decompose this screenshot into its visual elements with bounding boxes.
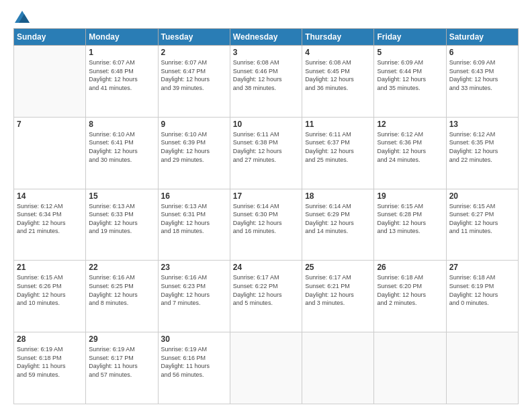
day-number: 19 [377, 191, 443, 201]
calendar-cell: 16Sunrise: 6:13 AM Sunset: 6:31 PM Dayli… [158, 189, 230, 261]
calendar-cell: 1Sunrise: 6:07 AM Sunset: 6:48 PM Daylig… [86, 46, 158, 118]
day-number: 11 [305, 120, 371, 129]
calendar-table: SundayMondayTuesdayWednesdayThursdayFrid… [13, 28, 519, 404]
calendar-cell: 8Sunrise: 6:10 AM Sunset: 6:41 PM Daylig… [86, 117, 158, 189]
calendar-cell: 2Sunrise: 6:07 AM Sunset: 6:47 PM Daylig… [158, 46, 230, 118]
day-number: 6 [449, 48, 515, 57]
header [13, 11, 519, 23]
calendar-week-row: 78Sunrise: 6:10 AM Sunset: 6:41 PM Dayli… [14, 117, 519, 189]
day-info: Sunrise: 6:12 AM Sunset: 6:35 PM Dayligh… [449, 130, 515, 164]
calendar-cell: 10Sunrise: 6:11 AM Sunset: 6:38 PM Dayli… [230, 117, 302, 189]
calendar-cell: 18Sunrise: 6:14 AM Sunset: 6:29 PM Dayli… [302, 189, 374, 261]
day-info: Sunrise: 6:17 AM Sunset: 6:22 PM Dayligh… [233, 273, 299, 307]
calendar-cell [302, 332, 374, 404]
day-number: 3 [233, 48, 299, 57]
day-info: Sunrise: 6:14 AM Sunset: 6:29 PM Dayligh… [305, 202, 371, 236]
logo-icon [15, 11, 30, 23]
calendar-week-row: 14Sunrise: 6:12 AM Sunset: 6:34 PM Dayli… [14, 189, 519, 261]
day-info: Sunrise: 6:19 AM Sunset: 6:16 PM Dayligh… [161, 345, 227, 379]
day-info: Sunrise: 6:08 AM Sunset: 6:45 PM Dayligh… [305, 58, 371, 92]
day-number: 21 [17, 263, 83, 272]
day-number: 2 [161, 48, 227, 57]
weekday-header-tuesday: Tuesday [158, 29, 230, 46]
day-info: Sunrise: 6:18 AM Sunset: 6:19 PM Dayligh… [449, 273, 515, 307]
calendar-cell: 23Sunrise: 6:16 AM Sunset: 6:23 PM Dayli… [158, 261, 230, 332]
day-number: 17 [233, 191, 299, 201]
day-number: 18 [305, 191, 371, 201]
calendar-cell: 24Sunrise: 6:17 AM Sunset: 6:22 PM Dayli… [230, 261, 302, 332]
calendar-cell: 26Sunrise: 6:18 AM Sunset: 6:20 PM Dayli… [374, 261, 446, 332]
weekday-header-saturday: Saturday [446, 29, 518, 46]
day-info: Sunrise: 6:11 AM Sunset: 6:37 PM Dayligh… [305, 130, 371, 164]
logo [13, 11, 30, 23]
calendar-cell: 20Sunrise: 6:15 AM Sunset: 6:27 PM Dayli… [446, 189, 518, 261]
calendar-cell: 30Sunrise: 6:19 AM Sunset: 6:16 PM Dayli… [158, 332, 230, 404]
weekday-header-row: SundayMondayTuesdayWednesdayThursdayFrid… [14, 29, 519, 46]
calendar-week-row: 21Sunrise: 6:15 AM Sunset: 6:26 PM Dayli… [14, 261, 519, 332]
day-info: Sunrise: 6:11 AM Sunset: 6:38 PM Dayligh… [233, 130, 299, 164]
calendar-cell: 11Sunrise: 6:11 AM Sunset: 6:37 PM Dayli… [302, 117, 374, 189]
day-number: 5 [377, 48, 443, 57]
day-info: Sunrise: 6:09 AM Sunset: 6:43 PM Dayligh… [449, 58, 515, 92]
calendar-cell [446, 332, 518, 404]
day-number: 20 [449, 191, 515, 201]
day-number: 14 [17, 191, 83, 201]
day-number: 13 [449, 120, 515, 129]
calendar-cell: 9Sunrise: 6:10 AM Sunset: 6:39 PM Daylig… [158, 117, 230, 189]
calendar-cell [230, 332, 302, 404]
day-number: 30 [161, 334, 227, 344]
day-info: Sunrise: 6:12 AM Sunset: 6:34 PM Dayligh… [17, 202, 83, 236]
day-number: 26 [377, 263, 443, 272]
day-info: Sunrise: 6:15 AM Sunset: 6:27 PM Dayligh… [449, 202, 515, 236]
calendar-cell: 15Sunrise: 6:13 AM Sunset: 6:33 PM Dayli… [86, 189, 158, 261]
day-info: Sunrise: 6:07 AM Sunset: 6:47 PM Dayligh… [161, 58, 227, 92]
weekday-header-wednesday: Wednesday [230, 29, 302, 46]
calendar-cell [374, 332, 446, 404]
day-number: 28 [17, 334, 83, 344]
day-info: Sunrise: 6:17 AM Sunset: 6:21 PM Dayligh… [305, 273, 371, 307]
calendar-cell: 28Sunrise: 6:19 AM Sunset: 6:18 PM Dayli… [14, 332, 86, 404]
day-info: Sunrise: 6:10 AM Sunset: 6:39 PM Dayligh… [161, 130, 227, 164]
day-number: 29 [89, 334, 154, 344]
calendar-cell: 17Sunrise: 6:14 AM Sunset: 6:30 PM Dayli… [230, 189, 302, 261]
day-info: Sunrise: 6:19 AM Sunset: 6:18 PM Dayligh… [17, 345, 83, 379]
day-number: 9 [161, 120, 227, 129]
calendar-cell [14, 46, 86, 118]
day-info: Sunrise: 6:10 AM Sunset: 6:41 PM Dayligh… [89, 130, 154, 164]
calendar-week-row: 28Sunrise: 6:19 AM Sunset: 6:18 PM Dayli… [14, 332, 519, 404]
weekday-header-friday: Friday [374, 29, 446, 46]
calendar-cell: 19Sunrise: 6:15 AM Sunset: 6:28 PM Dayli… [374, 189, 446, 261]
day-info: Sunrise: 6:16 AM Sunset: 6:25 PM Dayligh… [89, 273, 154, 307]
day-info: Sunrise: 6:09 AM Sunset: 6:44 PM Dayligh… [377, 58, 443, 92]
day-number: 27 [449, 263, 515, 272]
day-number: 16 [161, 191, 227, 201]
day-number: 22 [89, 263, 154, 272]
calendar-cell: 22Sunrise: 6:16 AM Sunset: 6:25 PM Dayli… [86, 261, 158, 332]
calendar-cell: 21Sunrise: 6:15 AM Sunset: 6:26 PM Dayli… [14, 261, 86, 332]
calendar-cell: 5Sunrise: 6:09 AM Sunset: 6:44 PM Daylig… [374, 46, 446, 118]
calendar-cell: 7 [14, 117, 86, 189]
calendar-cell: 29Sunrise: 6:19 AM Sunset: 6:17 PM Dayli… [86, 332, 158, 404]
page: SundayMondayTuesdayWednesdayThursdayFrid… [0, 0, 532, 411]
day-info: Sunrise: 6:08 AM Sunset: 6:46 PM Dayligh… [233, 58, 299, 92]
day-number: 15 [89, 191, 154, 201]
day-number: 23 [161, 263, 227, 272]
calendar-cell: 6Sunrise: 6:09 AM Sunset: 6:43 PM Daylig… [446, 46, 518, 118]
weekday-header-sunday: Sunday [14, 29, 86, 46]
day-number: 25 [305, 263, 371, 272]
calendar-cell: 27Sunrise: 6:18 AM Sunset: 6:19 PM Dayli… [446, 261, 518, 332]
day-info: Sunrise: 6:16 AM Sunset: 6:23 PM Dayligh… [161, 273, 227, 307]
calendar-cell: 25Sunrise: 6:17 AM Sunset: 6:21 PM Dayli… [302, 261, 374, 332]
day-number: 7 [17, 120, 83, 129]
day-info: Sunrise: 6:13 AM Sunset: 6:33 PM Dayligh… [89, 202, 154, 236]
weekday-header-monday: Monday [86, 29, 158, 46]
calendar-cell: 4Sunrise: 6:08 AM Sunset: 6:45 PM Daylig… [302, 46, 374, 118]
day-info: Sunrise: 6:07 AM Sunset: 6:48 PM Dayligh… [89, 58, 154, 92]
day-info: Sunrise: 6:18 AM Sunset: 6:20 PM Dayligh… [377, 273, 443, 307]
day-number: 12 [377, 120, 443, 129]
calendar-cell: 13Sunrise: 6:12 AM Sunset: 6:35 PM Dayli… [446, 117, 518, 189]
weekday-header-thursday: Thursday [302, 29, 374, 46]
calendar-cell: 12Sunrise: 6:12 AM Sunset: 6:36 PM Dayli… [374, 117, 446, 189]
day-info: Sunrise: 6:15 AM Sunset: 6:26 PM Dayligh… [17, 273, 83, 307]
calendar-cell: 3Sunrise: 6:08 AM Sunset: 6:46 PM Daylig… [230, 46, 302, 118]
